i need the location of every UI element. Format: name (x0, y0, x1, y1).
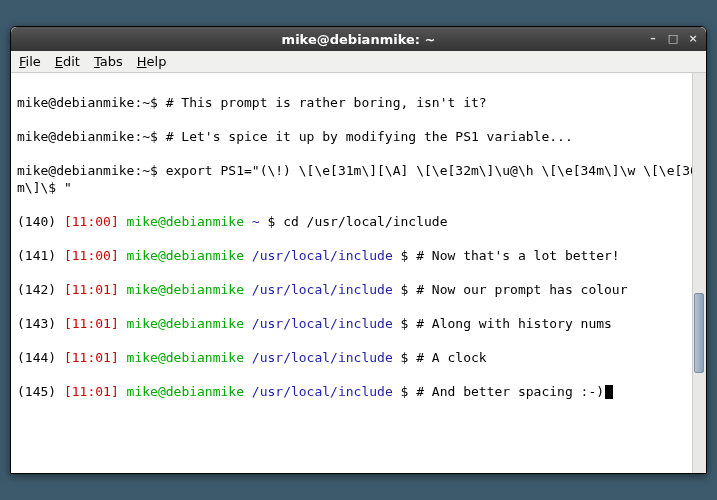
path-prompt: /usr/local/include (252, 282, 393, 297)
command-text: # A clock (416, 350, 486, 365)
path-prompt: /usr/local/include (252, 384, 393, 399)
time-prompt: [11:00] (64, 248, 119, 263)
path-prompt: ~ (252, 214, 260, 229)
command-text: # Let's spice it up by modifying the PS1… (166, 129, 573, 144)
history-num: (145) (17, 384, 56, 399)
userhost-prompt: mike@debianmike (127, 350, 244, 365)
time-prompt: [11:00] (64, 214, 119, 229)
dollar-prompt: $ (267, 214, 275, 229)
cursor-icon (605, 385, 613, 399)
window-controls: – □ × (646, 31, 700, 45)
maximize-icon[interactable]: □ (666, 31, 680, 45)
terminal-line: (145) [11:01] mike@debianmike /usr/local… (17, 383, 700, 400)
terminal-line: (141) [11:00] mike@debianmike /usr/local… (17, 247, 700, 264)
terminal-line: (144) [11:01] mike@debianmike /usr/local… (17, 349, 700, 366)
titlebar[interactable]: mike@debianmike: ~ – □ × (11, 27, 706, 51)
menubar: File Edit Tabs Help (11, 51, 706, 73)
menu-help[interactable]: Help (137, 54, 167, 69)
history-num: (140) (17, 214, 56, 229)
terminal-line: (142) [11:01] mike@debianmike /usr/local… (17, 281, 700, 298)
dollar-prompt: $ (401, 384, 409, 399)
time-prompt: [11:01] (64, 282, 119, 297)
terminal-line: (143) [11:01] mike@debianmike /usr/local… (17, 315, 700, 332)
command-text: # Along with history nums (416, 316, 612, 331)
command-text: # Now that's a lot better! (416, 248, 620, 263)
userhost-prompt: mike@debianmike (127, 316, 244, 331)
close-icon[interactable]: × (686, 31, 700, 45)
scrollbar-thumb[interactable] (694, 293, 704, 373)
menu-file[interactable]: File (19, 54, 41, 69)
terminal-area[interactable]: mike@debianmike:~$ # This prompt is rath… (11, 73, 706, 473)
history-num: (144) (17, 350, 56, 365)
userhost-prompt: mike@debianmike (127, 248, 244, 263)
menu-tabs[interactable]: Tabs (94, 54, 123, 69)
command-text: # This prompt is rather boring, isn't it… (166, 95, 487, 110)
old-prompt: mike@debianmike:~$ (17, 129, 158, 144)
dollar-prompt: $ (401, 316, 409, 331)
minimize-icon[interactable]: – (646, 31, 660, 45)
terminal-line: mike@debianmike:~$ # Let's spice it up b… (17, 128, 700, 145)
dollar-prompt: $ (401, 282, 409, 297)
path-prompt: /usr/local/include (252, 350, 393, 365)
time-prompt: [11:01] (64, 350, 119, 365)
userhost-prompt: mike@debianmike (127, 384, 244, 399)
time-prompt: [11:01] (64, 384, 119, 399)
userhost-prompt: mike@debianmike (127, 282, 244, 297)
history-num: (143) (17, 316, 56, 331)
terminal-line: (140) [11:00] mike@debianmike ~ $ cd /us… (17, 213, 700, 230)
terminal-line: mike@debianmike:~$ # This prompt is rath… (17, 94, 700, 111)
terminal-window: mike@debianmike: ~ – □ × File Edit Tabs … (10, 26, 707, 474)
command-text: # Now our prompt has colour (416, 282, 627, 297)
old-prompt: mike@debianmike:~$ (17, 163, 158, 178)
history-num: (141) (17, 248, 56, 263)
old-prompt: mike@debianmike:~$ (17, 95, 158, 110)
dollar-prompt: $ (401, 350, 409, 365)
dollar-prompt: $ (401, 248, 409, 263)
terminal-line: mike@debianmike:~$ export PS1="(\!) \[\e… (17, 162, 700, 196)
userhost-prompt: mike@debianmike (127, 214, 244, 229)
menu-edit[interactable]: Edit (55, 54, 80, 69)
scrollbar-track[interactable] (692, 73, 706, 473)
path-prompt: /usr/local/include (252, 248, 393, 263)
time-prompt: [11:01] (64, 316, 119, 331)
history-num: (142) (17, 282, 56, 297)
command-text: # And better spacing :-) (416, 384, 604, 399)
path-prompt: /usr/local/include (252, 316, 393, 331)
window-title: mike@debianmike: ~ (282, 32, 436, 47)
command-text: cd /usr/local/include (283, 214, 447, 229)
